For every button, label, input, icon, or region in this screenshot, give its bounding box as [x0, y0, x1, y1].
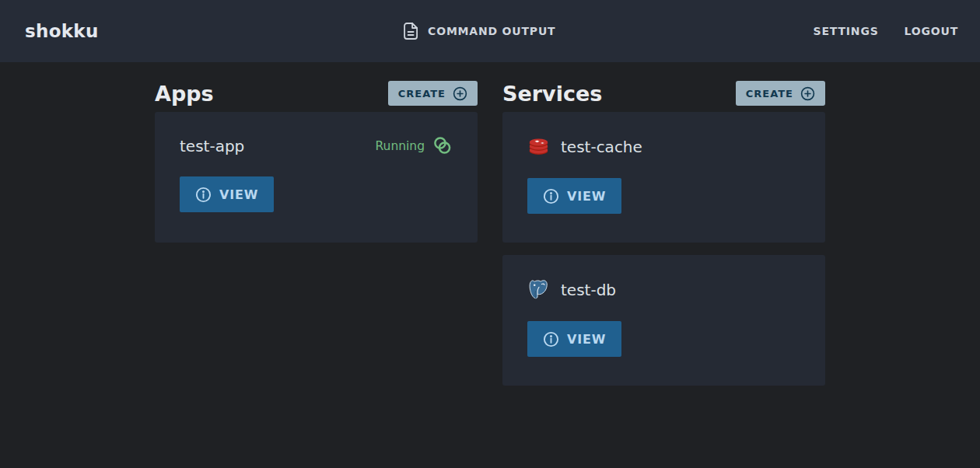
apps-header: Apps CREATE [155, 81, 478, 106]
apps-create-button[interactable]: CREATE [388, 81, 478, 106]
apps-create-label: CREATE [398, 88, 446, 100]
redis-icon [527, 135, 550, 158]
service-view-label: VIEW [567, 332, 606, 347]
command-output-label: COMMAND OUTPUT [428, 25, 555, 37]
services-column: Services CREATE [502, 81, 825, 398]
service-card-row: test-db [527, 278, 800, 301]
app-name: test-app [180, 137, 244, 155]
app-card-row: test-app Running [180, 135, 453, 156]
apps-title: Apps [155, 82, 214, 106]
service-card-test-db: test-db VIEW [502, 255, 825, 386]
nav-right: SETTINGS LOGOUT [814, 25, 958, 37]
apps-column: Apps CREATE test-app Running [155, 81, 478, 398]
service-view-label: VIEW [567, 189, 606, 204]
brand-logo[interactable]: shokku [25, 21, 99, 41]
app-view-label: VIEW [219, 187, 258, 202]
info-circle-icon [543, 188, 559, 204]
app-status: Running [375, 135, 453, 156]
document-icon [403, 23, 418, 40]
service-name: test-cache [561, 138, 642, 156]
services-header: Services CREATE [502, 81, 825, 106]
main-content: Apps CREATE test-app Running [155, 62, 825, 398]
info-circle-icon [543, 331, 559, 348]
plus-circle-icon [800, 86, 815, 101]
service-name: test-db [561, 281, 616, 299]
app-status-text: Running [375, 139, 425, 153]
info-circle-icon [195, 187, 212, 203]
services-create-label: CREATE [746, 88, 793, 100]
service-view-button-test-cache[interactable]: VIEW [527, 178, 621, 214]
nav-command-output[interactable]: COMMAND OUTPUT [403, 23, 555, 40]
plus-circle-icon [453, 86, 467, 101]
services-create-button[interactable]: CREATE [736, 81, 825, 106]
navbar: shokku COMMAND OUTPUT SETTINGS LOGOUT [0, 0, 980, 62]
app-view-button[interactable]: VIEW [180, 176, 274, 212]
services-title: Services [502, 82, 602, 106]
nav-settings[interactable]: SETTINGS [814, 25, 879, 37]
app-card-test-app: test-app Running [155, 112, 478, 243]
service-card-test-cache: test-cache VIEW [502, 112, 825, 243]
service-card-row: test-cache [527, 135, 800, 158]
nav-logout[interactable]: LOGOUT [905, 25, 958, 37]
postgresql-icon [527, 278, 550, 301]
running-link-icon [432, 135, 453, 156]
service-view-button-test-db[interactable]: VIEW [527, 321, 621, 357]
